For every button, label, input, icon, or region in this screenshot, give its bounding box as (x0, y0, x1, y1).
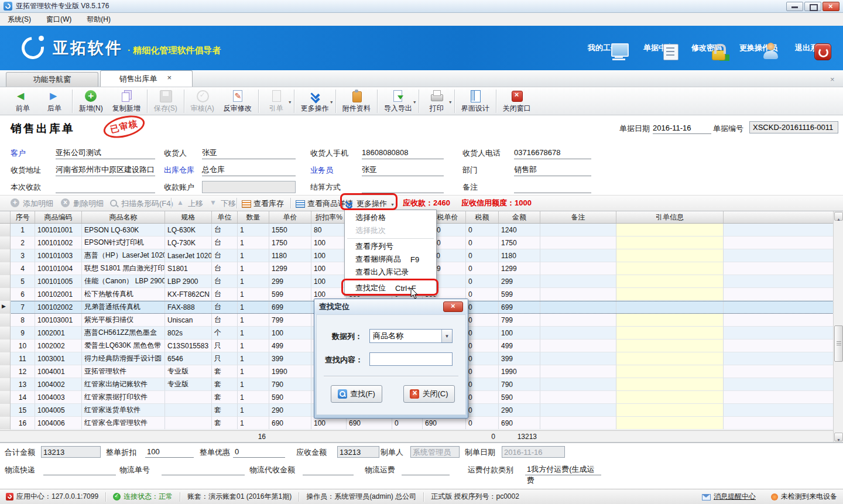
column-header-4[interactable]: 单位 (212, 211, 238, 223)
data-column-select[interactable]: 商品名称 (369, 329, 453, 343)
statusbar-item[interactable]: 消息提醒中心 (702, 492, 756, 502)
column-header-0[interactable]: 序号 (11, 211, 35, 223)
column-header-13[interactable]: 备注 (540, 211, 616, 223)
form-field[interactable]: 亚拓公司测试 (56, 147, 155, 159)
toolbar-button[interactable]: 复制新增 (108, 88, 145, 114)
minimize-button[interactable] (786, 2, 803, 11)
footer-field[interactable]: 100 (145, 446, 194, 458)
footer-field[interactable]: 系统管理员 (410, 446, 460, 458)
toolbar-button[interactable]: 附件资料 (338, 88, 375, 114)
toolbar-separator (419, 90, 419, 113)
toolbar-button[interactable]: 关闭窗口 (498, 88, 536, 114)
footer-field[interactable]: 13213 (41, 446, 101, 458)
menu-item[interactable]: 查看出入库记录 (345, 266, 436, 279)
toolbar-button[interactable]: 打印 (421, 88, 453, 114)
menu-item[interactable]: 选择价格 (345, 211, 436, 224)
dropdown-arrow-icon[interactable] (288, 97, 292, 105)
scroll-down-icon[interactable] (834, 433, 843, 441)
find-button[interactable]: 查找(F) (331, 385, 382, 403)
menubar-item[interactable]: 系统(S) (0, 13, 39, 26)
form-field[interactable]: 总仓库 (202, 164, 296, 176)
toolbar-button[interactable]: 更多操作 (296, 88, 334, 114)
footer-field[interactable] (162, 464, 245, 475)
menubar-item[interactable]: 帮助(H) (79, 13, 118, 26)
tabbar-close-icon[interactable] (830, 74, 838, 82)
table-cell: 1 (238, 327, 269, 340)
restore-button[interactable] (804, 2, 821, 11)
app-icon (6, 493, 13, 500)
detailbar-button[interactable]: 查看库存 (241, 197, 284, 210)
footer-field[interactable]: 2016-11-16 (502, 446, 565, 458)
banner-action-workbench[interactable]: 我的工作台 (588, 43, 626, 53)
dropdown-arrow-icon[interactable] (413, 97, 417, 105)
column-header-11[interactable]: 税额 (466, 211, 499, 223)
toolbar-button[interactable]: 反审修改 (219, 88, 256, 114)
table-row[interactable]: 161004006红管家仓库管理软件套169010069006900690 (0, 417, 843, 430)
table-cell (616, 224, 724, 236)
row-indicator (0, 365, 11, 378)
menubar-item[interactable]: 窗口(W) (39, 13, 79, 26)
tab-1[interactable]: 销售出库单 (100, 70, 193, 87)
form-field[interactable]: 18608080808 (362, 147, 444, 159)
column-header-14[interactable]: 引单信息 (616, 211, 724, 223)
table-cell: 80 (311, 224, 347, 236)
form-field[interactable] (514, 181, 591, 193)
menu-item[interactable]: 查找定位Ctrl+F (345, 282, 436, 294)
toolbar-button[interactable]: 界面设计 (457, 88, 494, 114)
footer-field[interactable]: 1我方付运费(生成运费 (525, 464, 601, 475)
vertical-scrollbar[interactable] (833, 211, 843, 442)
row-indicator (0, 340, 11, 352)
form-field[interactable]: 张亚 (362, 164, 444, 176)
toolbar-button[interactable]: 导入导出 (379, 88, 417, 114)
scrollbar-thumb[interactable] (834, 325, 843, 362)
footer-field[interactable]: 0 (233, 446, 285, 458)
form-field[interactable] (56, 181, 155, 193)
toolbar-button[interactable]: 后单 (39, 88, 70, 114)
banner-action-exit[interactable]: 退出系统 (795, 43, 825, 53)
column-header-5[interactable]: 数量 (238, 211, 269, 223)
menu-item-label: 查看序列号 (355, 241, 393, 252)
scroll-up-icon[interactable] (834, 212, 843, 221)
table-cell: 1 (238, 391, 269, 404)
footer-field[interactable] (303, 464, 354, 475)
close-dialog-button[interactable]: 关闭(C) (403, 385, 455, 403)
footer-field[interactable] (402, 464, 450, 475)
table-cell: 台 (212, 301, 238, 314)
table-cell: 690 (423, 417, 466, 430)
column-header-2[interactable]: 商品名称 (82, 211, 165, 223)
column-header-3[interactable]: 规格 (165, 211, 212, 223)
banner-action-password[interactable]: 修改密码 (691, 43, 722, 53)
column-header-12[interactable]: 金额 (499, 211, 540, 223)
toolbar-button[interactable]: 新增(N) (74, 88, 108, 114)
table-cell: 1 (238, 314, 269, 327)
statusbar-item: 连接状态：正常 (113, 492, 173, 502)
column-header-6[interactable]: 单价 (269, 211, 311, 223)
tab-0[interactable]: 功能导航窗 (6, 72, 98, 87)
footer-field[interactable]: 13213 (337, 446, 379, 458)
doc-date-field[interactable]: 2016-11-16 (653, 122, 711, 134)
column-header-7[interactable]: 折扣率% (311, 211, 347, 223)
menu-item[interactable]: 查看捆绑商品F9 (345, 253, 436, 266)
dropdown-arrow-icon[interactable] (448, 97, 453, 105)
tab-close-icon[interactable] (167, 76, 174, 83)
form-field[interactable]: 03716678678 (514, 147, 591, 159)
form-field[interactable]: 河南省郑州市中原区建设路口 (56, 164, 155, 176)
footer-field[interactable] (43, 464, 116, 475)
chevron-down-icon[interactable] (441, 330, 452, 342)
banner-action-doccenter[interactable]: 单据中心 (643, 43, 674, 53)
form-field[interactable]: 销售部 (514, 164, 591, 176)
form-field[interactable] (202, 181, 296, 193)
dropdown-arrow-icon[interactable] (330, 97, 334, 105)
dialog-close-icon[interactable] (443, 301, 463, 312)
form-field[interactable]: 张亚 (202, 147, 296, 159)
close-button[interactable] (823, 2, 839, 11)
detailbar-button[interactable]: 更多操作 (344, 197, 395, 210)
search-input[interactable] (369, 352, 453, 366)
table-cell (540, 262, 616, 275)
banner-action-operator[interactable]: 更换操作员 (739, 43, 777, 53)
dialog-titlebar[interactable]: 查找定位 (314, 299, 468, 314)
toolbar-button[interactable]: 前单 (7, 88, 39, 114)
menu-item[interactable]: 查看序列号 (345, 240, 436, 253)
column-header-1[interactable]: 商品编码 (35, 211, 82, 223)
form-field[interactable] (362, 181, 444, 193)
